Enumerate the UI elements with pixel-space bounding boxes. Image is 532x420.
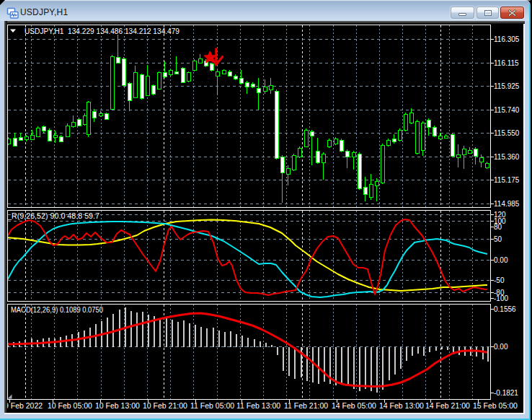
svg-text:-50: -50 — [494, 276, 505, 284]
svg-text:10 Feb 13:00: 10 Feb 13:00 — [95, 401, 140, 410]
svg-text:11 Feb 21:00: 11 Feb 21:00 — [284, 401, 328, 410]
svg-text:0.00: 0.00 — [494, 256, 508, 264]
svg-text:14 Feb 13:00: 14 Feb 13:00 — [379, 401, 424, 410]
svg-text:-100: -100 — [494, 294, 508, 302]
svg-text:14 Feb 05:00: 14 Feb 05:00 — [332, 401, 376, 410]
svg-text:50: 50 — [494, 235, 502, 243]
svg-text:MACD(12,26,9) 0.1089 0.0750: MACD(12,26,9) 0.1089 0.0750 — [11, 306, 103, 314]
svg-text:115.360: 115.360 — [494, 153, 520, 161]
svg-text:115.550: 115.550 — [494, 129, 520, 137]
svg-text:11 Feb 05:00: 11 Feb 05:00 — [190, 401, 234, 410]
svg-text:15 Feb 05:00: 15 Feb 05:00 — [473, 401, 518, 410]
svg-text:10 Feb 21:00: 10 Feb 21:00 — [143, 401, 187, 410]
svg-text:0.1556: 0.1556 — [494, 305, 516, 313]
svg-text:80: 80 — [494, 223, 502, 231]
svg-text:USDJPY,H1 134.229 134.486 134: USDJPY,H1 134.229 134.486 134.212 134.47… — [25, 27, 179, 35]
svg-text:115.740: 115.740 — [494, 106, 520, 114]
svg-text:-0.1821: -0.1821 — [494, 389, 518, 397]
svg-text:116.115: 116.115 — [494, 59, 519, 67]
svg-text:9 Feb 2022: 9 Feb 2022 — [4, 401, 43, 410]
svg-text:114.985: 114.985 — [494, 200, 520, 208]
svg-text:0.00: 0.00 — [494, 343, 508, 351]
svg-text:115.175: 115.175 — [494, 176, 520, 184]
svg-text:10 Feb 05:00: 10 Feb 05:00 — [48, 401, 92, 410]
svg-text:116.305: 116.305 — [494, 35, 520, 43]
svg-text:11 Feb 13:00: 11 Feb 13:00 — [236, 401, 280, 410]
svg-text:115.925: 115.925 — [494, 82, 520, 90]
svg-text:_R(9,26,52) 90.0 48.8 59.7: _R(9,26,52) 90.0 48.8 59.7 — [6, 212, 100, 220]
svg-text:14 Feb 21:00: 14 Feb 21:00 — [425, 401, 470, 410]
